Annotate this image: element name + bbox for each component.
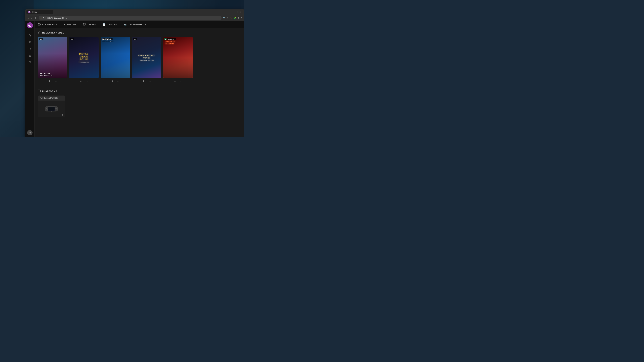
region-badge-us: US (39, 38, 43, 40)
svg-point-30 (56, 108, 57, 109)
platform-count-psp: 5 (62, 114, 64, 116)
stats-bar: 1 PLATFORMS ● 5 GAMES 0 SAVES (34, 21, 244, 28)
minimize-button[interactable]: — (233, 11, 235, 13)
main-content: 1 PLATFORMS ● 5 GAMES 0 SAVES (34, 21, 244, 137)
svg-point-32 (55, 108, 56, 109)
downloads-icon[interactable]: ⬇ (238, 16, 240, 19)
svg-point-29 (56, 108, 56, 109)
extensions-icon[interactable]: 🧩 (234, 16, 236, 19)
games-stat-icon: ● (64, 23, 65, 26)
download-button-gow[interactable]: ⬇ (174, 79, 176, 83)
game-card-gow[interactable]: GOD OF WAR CHAINS OF OLYMPUS ● GB CN KR (163, 37, 193, 84)
svg-rect-28 (46, 109, 46, 109)
recently-added-header: RECENTLY ADDED (38, 31, 241, 34)
download-button-combat[interactable]: ⬇ (111, 79, 114, 83)
more-button-combat[interactable]: ⋯ (116, 79, 120, 83)
stat-platforms[interactable]: 1 PLATFORMS (38, 23, 60, 26)
menu-icon[interactable]: ≡ (241, 16, 242, 19)
platforms-section-title: PLATFORMS (42, 90, 57, 92)
game-card-crisis-core[interactable]: CRISIS CORE FINAL FANTASY VII US ⬇ ⋯ (38, 37, 67, 84)
region-globe-icon: ● (164, 38, 166, 40)
tab-bar: RomM × + — □ × (25, 9, 244, 15)
game-actions-crisis-core: ⬇ ⋯ (38, 78, 67, 84)
reload-button[interactable]: ↻ (34, 16, 38, 19)
app-container: 1 PLATFORMS ● 5 GAMES 0 SAVES (25, 21, 244, 137)
back-button[interactable]: ‹ (27, 16, 29, 19)
svg-line-5 (30, 36, 31, 36)
game-actions-fft: ⬇ ⋯ (132, 78, 161, 84)
app-logo[interactable] (27, 22, 33, 28)
platform-card-psp[interactable]: PlayStation Portable (38, 95, 65, 117)
states-stat-label: 0 STATES (107, 23, 117, 26)
stat-screenshots[interactable]: 📷 0 SCREENSHOTS (120, 23, 150, 26)
url-text: 192.168.29.41 (54, 17, 66, 19)
shield-icon[interactable]: 🛡 (230, 16, 232, 19)
svg-rect-27 (46, 108, 46, 109)
platforms-header: PLATFORMS (38, 89, 241, 93)
tab-title: RomM (32, 11, 38, 13)
game-card-mgs[interactable]: METAL GEAR SOLID PORTABLE OPS US ⬇ ⋯ (69, 37, 98, 84)
more-button-fft[interactable]: ⋯ (148, 79, 152, 83)
games-stat-label: 5 GAMES (66, 23, 76, 26)
address-bar: ‹ › ↻ ⚠ Not secure 192.168.29.41 🔍 ⬆ 🛡 🧩… (25, 15, 244, 21)
game-card-combat[interactable]: COMBAT X Skies of Deception EU GB JP F ⬇ (100, 37, 130, 84)
download-button-fft[interactable]: ⬇ (142, 79, 145, 83)
url-bar[interactable]: ⚠ Not secure 192.168.29.41 (39, 16, 222, 20)
tab-close-button[interactable]: × (49, 11, 52, 13)
close-button[interactable]: × (240, 11, 242, 13)
active-tab[interactable]: RomM × (26, 10, 53, 14)
sidebar-upload-item[interactable] (27, 53, 33, 59)
svg-point-16 (40, 24, 40, 25)
sidebar (25, 21, 34, 137)
user-avatar[interactable] (27, 130, 32, 135)
sidebar-saves-item[interactable] (27, 46, 33, 52)
saves-stat-icon (83, 23, 86, 26)
security-icon: ⚠ (40, 17, 42, 19)
game-actions-mgs: ⬇ ⋯ (69, 78, 98, 84)
tab-favicon (28, 11, 30, 13)
svg-point-22 (40, 91, 40, 91)
sidebar-search-item[interactable] (27, 32, 33, 38)
recently-added-title: RECENTLY ADDED (42, 31, 64, 34)
svg-point-1 (29, 12, 30, 12)
platform-name-psp: PlayStation Portable (38, 95, 65, 100)
game-card-fft[interactable]: FINAL FANTASY TACTICS THE WAR OF THE LIO… (132, 37, 161, 84)
svg-point-3 (29, 25, 30, 26)
svg-marker-19 (38, 31, 40, 33)
svg-point-36 (46, 109, 48, 110)
new-tab-button[interactable]: + (54, 10, 58, 13)
address-bar-actions: 🔍 ⬆ 🛡 🧩 ⬇ ≡ (223, 16, 242, 19)
maximize-button[interactable]: □ (237, 11, 238, 13)
sidebar-platforms-item[interactable] (27, 39, 33, 45)
region-gb-cn-kr: GB CN KR (167, 38, 176, 40)
svg-point-31 (56, 109, 56, 109)
recently-added-section: RECENTLY ADDED CRISIS CORE FINAL FANTASY… (34, 28, 244, 87)
stat-states[interactable]: 📄 0 STATES (99, 23, 120, 26)
game-cover-fft: FINAL FANTASY TACTICS THE WAR OF THE LIO… (132, 37, 161, 78)
stat-games[interactable]: ● 5 GAMES (60, 23, 80, 26)
platform-image-psp: 5 (38, 100, 65, 117)
platforms-stat-label: 1 PLATFORMS (42, 23, 57, 26)
region-badge-fft: US (133, 38, 137, 40)
download-button-crisis-core[interactable]: ⬇ (48, 79, 51, 83)
platforms-stat-icon (38, 23, 40, 26)
svg-rect-6 (29, 42, 31, 43)
share-icon[interactable]: ⬆ (227, 16, 229, 19)
game-actions-combat: ⬇ ⋯ (100, 78, 130, 84)
screenshots-stat-icon: 📷 (124, 23, 126, 26)
more-button-gow[interactable]: ⋯ (179, 79, 183, 83)
download-button-mgs[interactable]: ⬇ (79, 79, 82, 83)
forward-button[interactable]: › (31, 16, 33, 19)
saves-stat-label: 0 SAVES (87, 23, 96, 26)
svg-point-8 (30, 42, 30, 42)
zoom-icon[interactable]: 🔍 (223, 16, 226, 19)
game-actions-gow: ⬇ ⋯ (163, 78, 193, 84)
svg-rect-35 (55, 106, 57, 107)
platforms-section: PLATFORMS PlayStation Portable (34, 87, 244, 120)
recently-added-icon (38, 31, 40, 34)
stat-saves[interactable]: 0 SAVES (80, 23, 99, 26)
sidebar-scan-item[interactable] (27, 59, 33, 65)
more-button-crisis-core[interactable]: ⋯ (54, 79, 57, 83)
more-button-mgs[interactable]: ⋯ (85, 79, 89, 83)
region-badge-mgs: US (70, 38, 74, 40)
